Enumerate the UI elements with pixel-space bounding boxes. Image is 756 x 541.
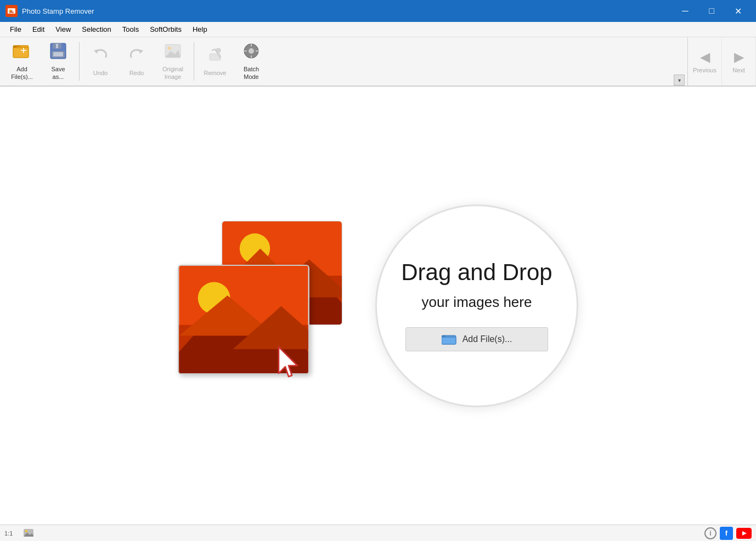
svg-point-20 [216,48,221,53]
svg-rect-41 [442,337,456,344]
toolbar: AddFile(s)... Saveas... Undo [0,37,756,87]
svg-rect-13 [53,52,63,56]
nav-buttons: ◀ Previous ▶ Next [687,37,756,86]
menu-bar: File Edit View Selection Tools SoftOrbit… [0,22,756,37]
save-icon [49,42,67,64]
app-title: Photo Stamp Remover [22,7,673,15]
app-icon [5,5,18,17]
svg-marker-14 [94,49,98,54]
svg-rect-8 [23,48,24,53]
cursor-icon [277,345,304,385]
svg-point-17 [168,47,171,50]
add-files-icon [12,42,32,64]
menu-view[interactable]: View [50,22,76,37]
drop-zone[interactable]: Drag and Drop your images here Add File(… [178,204,578,407]
info-button[interactable]: i [704,527,716,539]
image-indicator [24,529,33,538]
batch-mode-label: BatchMode [244,66,259,80]
save-as-label: Saveas... [51,66,65,80]
add-files-label: AddFile(s)... [11,66,33,80]
previous-arrow-icon: ◀ [700,49,710,65]
title-bar: Photo Stamp Remover ─ □ ✕ [0,0,756,22]
minimize-button[interactable]: ─ [673,2,698,20]
svg-rect-11 [56,44,58,48]
svg-rect-26 [256,50,258,52]
maximize-button[interactable]: □ [699,2,724,20]
svg-point-44 [25,530,27,532]
toolbar-undo[interactable]: Undo [83,39,118,83]
toolbar-expand-button[interactable]: ▾ [674,75,685,86]
next-arrow-icon: ▶ [734,49,744,65]
menu-selection[interactable]: Selection [76,22,116,37]
remove-label: Remove [204,70,227,77]
toolbar-original-image[interactable]: OriginalImage [155,39,190,83]
add-files-button-label: Add File(s)... [462,334,512,344]
svg-rect-24 [251,55,252,58]
svg-rect-5 [13,48,29,58]
add-files-button[interactable]: Add File(s)... [405,327,548,351]
status-right-icons: i f [704,527,752,540]
toolbar-redo[interactable]: Redo [119,39,154,83]
separator-1 [79,42,80,81]
undo-icon [92,46,109,67]
drag-drop-circle[interactable]: Drag and Drop your images here Add File(… [375,204,578,407]
menu-tools[interactable]: Tools [117,22,144,37]
close-button[interactable]: ✕ [725,2,751,20]
status-bar: 1:1 i f [0,525,756,541]
remove-icon [206,46,224,67]
toolbar-remove[interactable]: Remove [198,39,233,83]
original-image-label: OriginalImage [162,66,183,80]
original-image-icon [164,42,182,64]
previous-label: Previous [693,67,716,73]
svg-point-22 [249,48,254,54]
youtube-button[interactable] [736,528,752,539]
folder-icon [442,333,457,345]
toolbar-batch-mode[interactable]: BatchMode [234,39,269,83]
zoom-level: 1:1 [4,530,13,537]
menu-edit[interactable]: Edit [27,22,50,37]
svg-marker-39 [279,347,297,377]
toolbar-add-files[interactable]: AddFile(s)... [4,39,40,83]
drag-drop-title: Drag and Drop [401,260,552,285]
next-label: Next [732,67,745,73]
previous-button[interactable]: ◀ Previous [688,37,722,86]
next-button[interactable]: ▶ Next [722,37,756,86]
svg-rect-23 [251,44,252,47]
undo-label: Undo [93,70,108,77]
image-status-icon [24,529,33,537]
redo-label: Redo [129,70,144,77]
drag-drop-subtitle: your images here [422,294,532,311]
redo-icon [128,46,145,67]
separator-2 [194,42,194,81]
batch-mode-icon [242,42,260,64]
toolbar-save-as[interactable]: Saveas... [41,39,76,83]
window-controls: ─ □ ✕ [673,2,751,20]
menu-softorbits[interactable]: SoftOrbits [144,22,187,37]
menu-help[interactable]: Help [187,22,213,37]
svg-marker-15 [139,49,143,54]
svg-rect-25 [244,50,247,52]
facebook-button[interactable]: f [720,527,733,540]
image-stack [178,221,342,391]
menu-file[interactable]: File [4,22,27,37]
main-content: Drag and Drop your images here Add File(… [0,87,756,525]
